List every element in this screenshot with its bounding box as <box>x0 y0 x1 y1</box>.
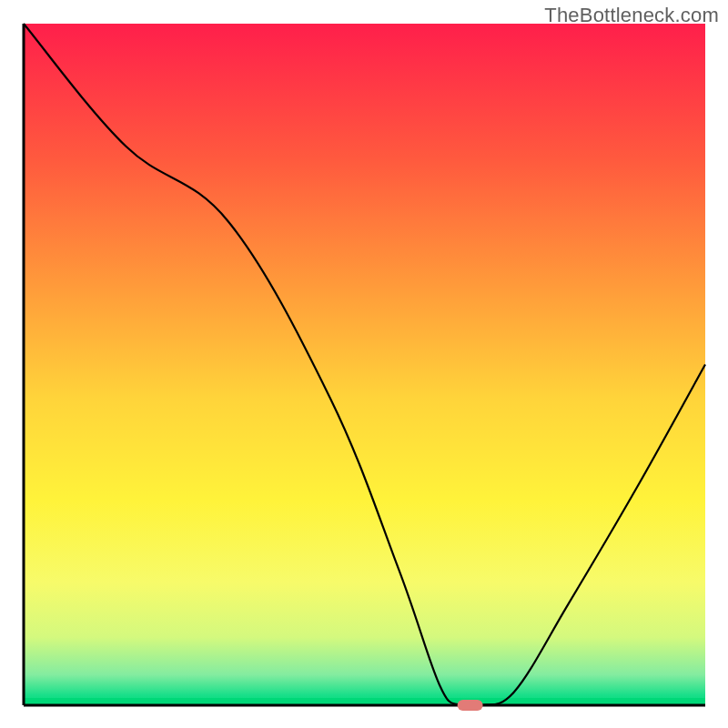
watermark-label: TheBottleneck.com <box>544 4 719 27</box>
chart-container: TheBottleneck.com <box>0 0 728 728</box>
chart-svg <box>0 0 728 728</box>
plot-background <box>24 24 705 705</box>
optimum-marker <box>458 700 483 711</box>
